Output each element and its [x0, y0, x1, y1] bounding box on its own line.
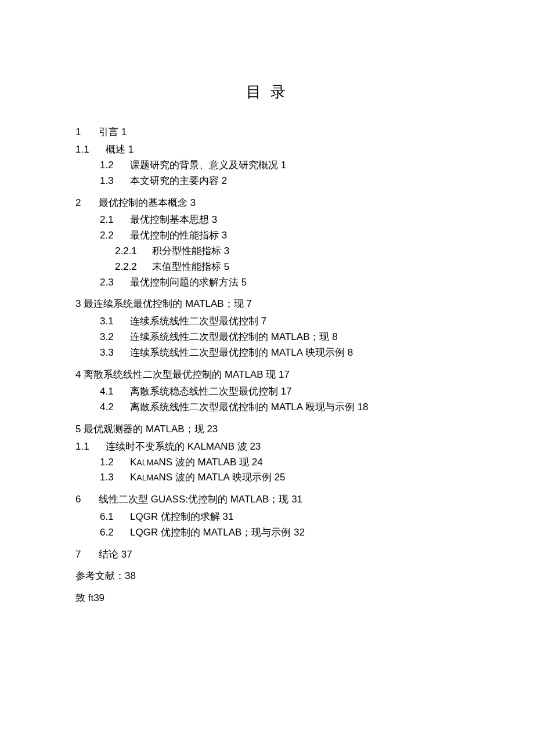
entry-text: 最优控制基本思想 3	[130, 214, 217, 225]
entry-number: 4.2	[100, 400, 130, 414]
entry-text-pre: K	[130, 472, 136, 483]
toc-entry: 2.3最优控制问题的求解方法 5	[75, 276, 459, 290]
entry-number: 1.2	[100, 158, 130, 172]
toc-entry: 2.1最优控制基本思想 3	[75, 213, 459, 227]
toc-entry: 2.2.2末值型性能指标 5	[75, 260, 459, 274]
entry-text-post: NS 波的 MATLA 映现示例 25	[158, 472, 285, 483]
entry-text: 连续系统线性二次型最优控制的 MATLAB；现 8	[130, 331, 338, 342]
toc-entry: 1.2课题研究的背景、意义及研究概况 1	[75, 158, 459, 172]
entry-text: 参考文献：38	[75, 570, 136, 581]
entry-number: 2.1	[100, 213, 130, 227]
entry-text: 课题研究的背景、意义及研究概况 1	[130, 160, 286, 171]
toc-entry: 1.2KALMANS 波的 MATLAB 现 24	[75, 455, 459, 469]
toc-section-6: 6线性二次型 GUASS:优控制的 MATLAB；现 31 6.1LQGR 优控…	[75, 493, 459, 539]
entry-text: 积分型性能指标 3	[152, 245, 229, 256]
toc-entry: 3 最连续系统最优控制的 MATLAB；现 7	[75, 297, 459, 311]
toc-section-7: 7结论 37	[75, 548, 459, 562]
entry-text: 离散系统线性二次型最优控制的 MATLA 殴现与示例 18	[130, 401, 369, 413]
toc-entry: 3.3连续系统线性二次型最优控制的 MATLA 映现示例 8	[75, 346, 459, 360]
entry-number: 2	[75, 196, 99, 210]
toc-entry: 2最优控制的基本概念 3	[75, 196, 459, 210]
entry-text: 引言 1	[99, 126, 127, 138]
entry-text: 4 离散系统线性二次型最优控制的 MATLAB 现 17	[75, 369, 290, 380]
entry-text: 连续系统线性二次型最优控制 7	[130, 316, 266, 327]
entry-number: 1.3	[100, 174, 130, 188]
entry-text: 5 最优观测器的 MATLAB；现 23	[75, 424, 218, 435]
entry-number: 4.1	[100, 385, 130, 399]
entry-text: 最优控制的基本概念 3	[99, 197, 196, 208]
toc-section-5: 5 最优观测器的 MATLAB；现 23 1.1连续时不变系统的 KALMANB…	[75, 422, 459, 484]
entry-text: 致 ft39	[75, 592, 104, 603]
toc-entry: 3.1连续系统线性二次型最优控制 7	[75, 314, 459, 328]
entry-text: 本文研究的主要内容 2	[130, 175, 227, 186]
toc-entry: 1.3本文研究的主要内容 2	[75, 174, 459, 188]
entry-text: 离散系统稳态线性二次型最优控制 17	[130, 386, 292, 397]
toc-entry: 1引言 1	[75, 125, 459, 139]
toc-references: 参考文献：38	[75, 569, 459, 583]
entry-number: 3.1	[100, 314, 130, 328]
toc-acknowledgement: 致 ft39	[75, 591, 459, 605]
entry-number: 3.2	[100, 330, 130, 344]
entry-text: LQGR 优控制的求解 31	[130, 511, 234, 522]
entry-text: 线性二次型 GUASS:优控制的 MATLAB；现 31	[99, 494, 302, 505]
entry-text: 末值型性能指标 5	[152, 261, 229, 272]
entry-text: 结论 37	[99, 549, 132, 560]
entry-number: 1	[75, 125, 99, 139]
toc-entry: 2.2.1积分型性能指标 3	[75, 244, 459, 258]
entry-text: 最优控制的性能指标 3	[130, 230, 227, 241]
toc-entry: 1.3KALMANS 波的 MATLA 映现示例 25	[75, 471, 459, 484]
entry-number: 2.3	[100, 276, 130, 290]
entry-number: 2.2	[100, 229, 130, 243]
toc-entry: 1.1连续时不变系统的 KALMANB 波 23	[75, 440, 459, 454]
toc-entry: 致 ft39	[75, 591, 459, 605]
toc-entry: 4.2离散系统线性二次型最优控制的 MATLA 殴现与示例 18	[75, 400, 459, 414]
entry-text-smallcaps: ALMA	[136, 458, 158, 467]
toc-entry: 5 最优观测器的 MATLAB；现 23	[75, 422, 459, 436]
entry-number: 7	[75, 548, 99, 562]
toc-entry: 6.2LQGR 优控制的 MATLAB；现与示例 32	[75, 526, 459, 540]
entry-number: 1.1	[75, 440, 106, 454]
toc-entry: 4.1离散系统稳态线性二次型最优控制 17	[75, 385, 459, 399]
entry-number: 3.3	[100, 346, 130, 360]
entry-text: 连续时不变系统的 KALMANB 波 23	[106, 441, 261, 452]
entry-text: 连续系统线性二次型最优控制的 MATLA 映现示例 8	[130, 347, 353, 358]
entry-text: 3 最连续系统最优控制的 MATLAB；现 7	[75, 298, 252, 309]
toc-entry: 6线性二次型 GUASS:优控制的 MATLAB；现 31	[75, 493, 459, 507]
toc-entry: 7结论 37	[75, 548, 459, 562]
toc-section-2: 2最优控制的基本概念 3 2.1最优控制基本思想 3 2.2最优控制的性能指标 …	[75, 196, 459, 290]
entry-text: 概述 1	[106, 144, 134, 155]
entry-text-pre: K	[130, 457, 136, 468]
entry-number: 2.2.2	[115, 260, 152, 274]
toc-entry: 4 离散系统线性二次型最优控制的 MATLAB 现 17	[75, 368, 459, 382]
toc-entry: 3.2连续系统线性二次型最优控制的 MATLAB；现 8	[75, 330, 459, 344]
entry-number: 6.2	[100, 526, 130, 540]
entry-number: 2.2.1	[115, 244, 152, 258]
toc-entry: 参考文献：38	[75, 569, 459, 583]
entry-number: 6	[75, 493, 99, 507]
page-title: 目 录	[75, 81, 459, 102]
entry-text-smallcaps: ALMA	[136, 473, 158, 482]
toc-entry: 1.1概述 1	[75, 143, 459, 157]
toc-entry: 2.2最优控制的性能指标 3	[75, 229, 459, 243]
toc-section-3: 3 最连续系统最优控制的 MATLAB；现 7 3.1连续系统线性二次型最优控制…	[75, 297, 459, 359]
entry-number: 1.2	[100, 455, 130, 469]
entry-text: LQGR 优控制的 MATLAB；现与示例 32	[130, 527, 305, 538]
toc-entry: 6.1LQGR 优控制的求解 31	[75, 510, 459, 524]
entry-text: 最优控制问题的求解方法 5	[130, 277, 247, 288]
toc-section-4: 4 离散系统线性二次型最优控制的 MATLAB 现 17 4.1离散系统稳态线性…	[75, 368, 459, 414]
entry-text-post: NS 波的 MATLAB 现 24	[158, 457, 262, 468]
toc-section-1: 1引言 1 1.1概述 1 1.2课题研究的背景、意义及研究概况 1 1.3本文…	[75, 125, 459, 187]
entry-number: 1.1	[75, 143, 106, 157]
entry-number: 6.1	[100, 510, 130, 524]
entry-number: 1.3	[100, 471, 130, 484]
